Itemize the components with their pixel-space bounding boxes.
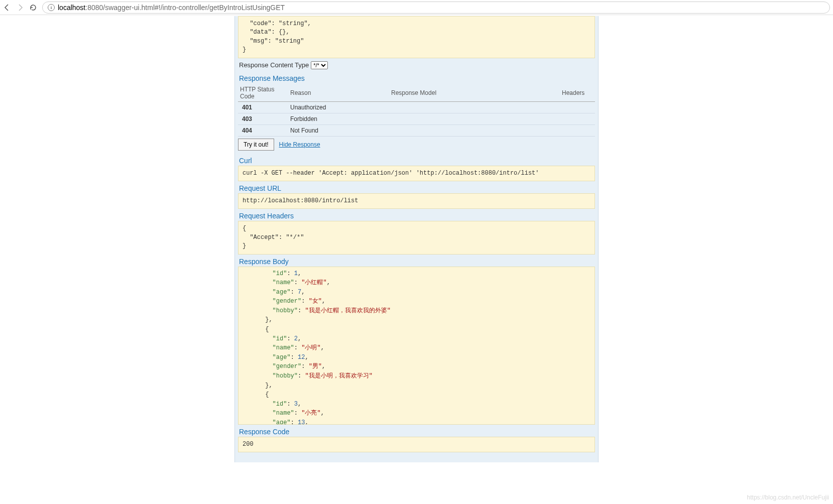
response-code-value: 200 [238,437,595,452]
table-row: 401Unauthorized [238,101,595,113]
table-row: 404Not Found [238,124,595,136]
url-text: localhost:8080/swagger-ui.html#!/intro-c… [58,4,285,12]
browser-toolbar: i localhost:8080/swagger-ui.html#!/intro… [0,0,833,15]
col-http-status: HTTP Status Code [238,84,288,102]
response-content-type-select[interactable]: */* [311,61,328,69]
address-bar[interactable]: i localhost:8080/swagger-ui.html#!/intro… [42,2,830,14]
curl-title: Curl [238,154,595,166]
model-example-json: "code": "string", "data": {}, "msg": "st… [238,16,595,58]
status-code: 401 [238,101,288,113]
status-reason: Forbidden [288,113,389,124]
try-it-out-button[interactable]: Try it out! [238,139,274,151]
hide-response-link[interactable]: Hide Response [279,141,320,148]
site-info-icon[interactable]: i [48,4,55,11]
request-url-value: http://localhost:8080/intro/list [238,193,595,209]
response-messages-title: Response Messages [238,71,595,83]
request-headers-value: { "Accept": "*/*" } [238,221,595,254]
curl-command: curl -X GET --header 'Accept: applicatio… [238,166,595,181]
request-url-title: Request URL [238,181,595,193]
response-body-title: Response Body [238,255,595,267]
col-response-model: Response Model [389,84,560,102]
col-headers: Headers [560,84,595,102]
response-messages-table: HTTP Status Code Reason Response Model H… [238,84,595,137]
forward-button[interactable] [16,4,24,12]
reload-button[interactable] [29,4,37,12]
status-reason: Not Found [288,124,389,136]
response-body-content[interactable]: "id": 1, "name": "小红帽", "age": 7, "gende… [239,267,594,424]
status-reason: Unauthorized [288,101,389,113]
response-code-title: Response Code [238,425,595,437]
response-body-box: "id": 1, "name": "小红帽", "age": 7, "gende… [238,267,595,425]
request-headers-title: Request Headers [238,209,595,221]
table-row: 403Forbidden [238,113,595,124]
status-code: 404 [238,124,288,136]
swagger-panel: "code": "string", "data": {}, "msg": "st… [234,16,599,462]
back-button[interactable] [3,4,11,12]
col-reason: Reason [288,84,389,102]
status-code: 403 [238,113,288,124]
response-content-type-label: Response Content Type [239,61,309,69]
